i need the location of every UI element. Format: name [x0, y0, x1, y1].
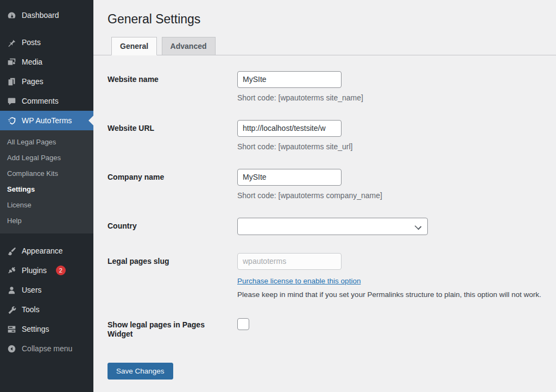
menu-separator [0, 233, 93, 241]
form-row-legal-pages-slug: Legal pages slug Purchase license to ena… [108, 253, 556, 299]
tab-general[interactable]: General [111, 37, 157, 55]
collapse-menu-button[interactable]: Collapse menu [0, 339, 93, 358]
sidebar-item-label: Appearance [22, 246, 63, 255]
settings-page: General Settings General Advanced Websit… [93, 0, 556, 392]
company-name-shortcode-hint: Short code: [wpautoterms company_name] [237, 191, 556, 200]
shield-icon [7, 116, 16, 125]
website-url-input[interactable] [237, 120, 342, 137]
plugins-update-badge: 2 [56, 265, 66, 275]
form-row-website-url: Website URL Short code: [wpautoterms sit… [108, 120, 556, 151]
permalinks-note: Please keep in mind that if you set your… [237, 290, 556, 299]
sidebar-item-label: Collapse menu [22, 344, 72, 353]
company-name-input[interactable] [237, 169, 342, 186]
sidebar-item-label: Dashboard [22, 11, 59, 20]
sidebar-item-posts[interactable]: Posts [0, 33, 93, 52]
submenu-item-add-legal-pages[interactable]: Add Legal Pages [0, 150, 93, 166]
country-label: Country [108, 218, 237, 235]
sidebar-item-settings[interactable]: Settings [0, 319, 93, 339]
purchase-license-link[interactable]: Purchase license to enable this option [237, 277, 361, 285]
pages-icon [7, 77, 16, 86]
sidebar-item-label: Media [22, 58, 42, 66]
website-name-label: Website name [108, 71, 237, 102]
sliders-icon [7, 324, 16, 334]
sidebar-item-media[interactable]: Media [0, 52, 93, 72]
legal-pages-slug-input [237, 253, 342, 270]
menu-separator [0, 25, 93, 33]
site-url-shortcode-hint: Short code: [wpautoterms site_url] [237, 142, 556, 151]
sidebar-item-label: Posts [22, 38, 41, 47]
sidebar-item-label: Pages [22, 77, 43, 86]
form-row-company-name: Company name Short code: [wpautoterms co… [108, 169, 556, 200]
sidebar-item-pages[interactable]: Pages [0, 72, 93, 91]
website-name-input[interactable] [237, 71, 342, 88]
admin-sidebar: Dashboard Posts Media Pages Comments WP … [0, 0, 93, 392]
legal-pages-slug-label: Legal pages slug [108, 253, 237, 299]
tab-advanced[interactable]: Advanced [162, 37, 216, 55]
sidebar-item-dashboard[interactable]: Dashboard [0, 5, 93, 25]
sidebar-item-label: Plugins [22, 266, 47, 275]
form-row-pages-widget: Show legal pages in Pages Widget [108, 317, 556, 339]
sidebar-item-appearance[interactable]: Appearance [0, 241, 93, 261]
brush-icon [7, 246, 16, 256]
form-row-website-name: Website name Short code: [wpautoterms si… [108, 71, 556, 102]
wrench-icon [7, 305, 16, 314]
sidebar-item-tools[interactable]: Tools [0, 300, 93, 319]
user-icon [7, 285, 16, 295]
submenu-item-settings[interactable]: Settings [0, 181, 93, 197]
sidebar-item-label: Settings [22, 325, 49, 333]
pin-icon [7, 37, 16, 47]
pages-widget-label: Show legal pages in Pages Widget [108, 317, 237, 339]
sidebar-item-label: WP AutoTerms [22, 116, 72, 125]
dashboard-icon [7, 10, 16, 20]
submenu-item-help[interactable]: Help [0, 213, 93, 229]
sidebar-item-comments[interactable]: Comments [0, 91, 93, 111]
general-settings-form: Website name Short code: [wpautoterms si… [93, 55, 556, 339]
company-name-label: Company name [108, 169, 237, 200]
comment-icon [7, 96, 16, 106]
country-select[interactable] [237, 218, 428, 235]
form-row-country: Country [108, 218, 556, 235]
tab-bar: General Advanced [93, 37, 556, 55]
media-icon [7, 57, 16, 67]
sidebar-item-plugins[interactable]: Plugins 2 [0, 261, 93, 280]
save-changes-button[interactable]: Save Changes [108, 363, 173, 380]
sidebar-item-label: Tools [22, 305, 40, 314]
sidebar-item-users[interactable]: Users [0, 280, 93, 300]
submenu-item-license[interactable]: License [0, 197, 93, 213]
sidebar-item-label: Comments [22, 97, 59, 105]
sidebar-item-wp-autoterms[interactable]: WP AutoTerms [0, 111, 93, 130]
submenu-item-compliance-kits[interactable]: Compliance Kits [0, 166, 93, 181]
site-name-shortcode-hint: Short code: [wpautoterms site_name] [237, 93, 556, 102]
wp-autoterms-submenu: All Legal Pages Add Legal Pages Complian… [0, 130, 93, 233]
sidebar-item-label: Users [22, 286, 42, 294]
website-url-label: Website URL [108, 120, 237, 151]
page-title: General Settings [93, 0, 556, 28]
submenu-item-all-legal-pages[interactable]: All Legal Pages [0, 134, 93, 150]
pages-widget-checkbox[interactable] [237, 318, 249, 330]
plug-icon [7, 265, 16, 275]
collapse-icon [7, 344, 16, 353]
